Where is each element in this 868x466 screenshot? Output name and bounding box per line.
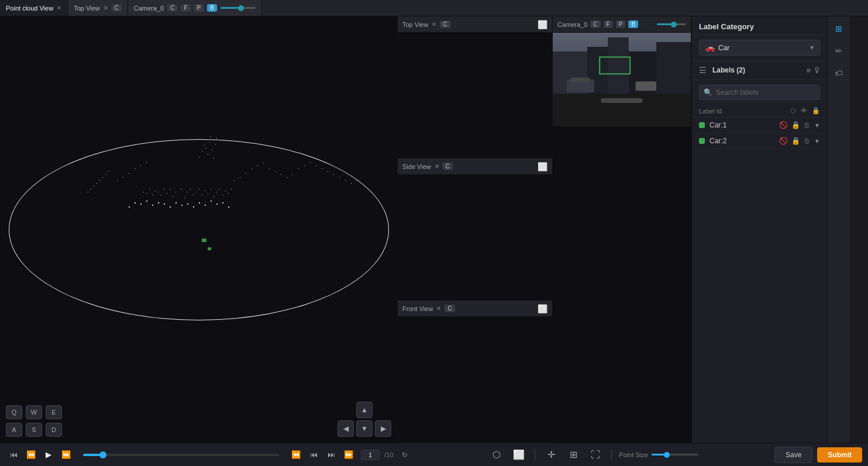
tool-fullscreen-btn[interactable]: ⛶ [587,446,604,464]
front-view-close[interactable]: ✕ [436,305,441,312]
tool-3d-btn[interactable]: ⬡ [488,446,505,464]
car1-delete-icon[interactable]: 🗑 [804,121,811,129]
filter-icon[interactable]: ⊽ [814,66,820,75]
side-view-close[interactable]: ✕ [435,163,439,170]
camera-header: Camera_0 C F P B [553,16,691,33]
svg-rect-64 [351,183,352,184]
point-cloud-viewport[interactable]: Q W E A S D ▲ ◀ ▼ ▶ [0,16,397,443]
svg-rect-59 [322,168,322,169]
next-btn2[interactable]: ⏭ [323,447,339,462]
nav-right-btn[interactable]: ▶ [375,420,391,437]
svg-rect-35 [146,163,147,163]
svg-rect-53 [102,177,103,178]
car1-eye-off-icon[interactable]: 🚫 [779,121,788,129]
svg-rect-62 [339,177,340,178]
prev-frame-btn[interactable]: ⏪ [23,447,39,462]
top-view-close[interactable]: ✕ [432,21,436,27]
tool-scale-btn[interactable]: ⊞ [564,446,582,464]
refresh-btn[interactable]: ↻ [398,448,412,462]
camera-panel: Camera_0 C F P B [553,16,691,443]
tab-pointcloud[interactable]: Point cloud View ✕ [0,0,68,16]
kbd-q: Q [6,405,22,419]
svg-rect-66 [187,203,188,205]
play-btn[interactable]: ▶ [41,447,56,462]
svg-rect-47 [298,168,299,169]
label-color-car1 [699,122,705,128]
rewind-btn[interactable]: ⏪ [288,447,304,462]
playback-controls: ⏮ ⏪ ▶ ⏩ [6,447,74,462]
kbd-d: D [46,423,62,437]
side-icon-edit[interactable]: ✏ [831,43,846,58]
nav-left-btn[interactable]: ◀ [337,420,354,437]
svg-rect-72 [222,202,223,203]
side-icon-tags[interactable]: 🏷 [831,65,846,81]
tab-topview-close[interactable]: ✕ [104,5,108,11]
side-view-maximize[interactable]: ⬜ [538,162,547,171]
top-view-maximize[interactable]: ⬜ [538,20,547,29]
skip-to-start-btn[interactable]: ⏮ [6,447,21,462]
car2-delete-icon[interactable]: 🗑 [804,137,811,145]
svg-rect-88 [206,148,206,149]
labels-title: Labels (2) [712,66,802,74]
tab-camera[interactable]: Camera_0 C F P B [128,0,262,16]
point-size-slider[interactable] [652,454,698,455]
svg-rect-91 [211,136,211,137]
filter-sort-icon[interactable]: ≡ [806,66,811,75]
label-row-car2-actions: 🚫 🔒 🗑 ▼ [779,137,820,145]
svg-rect-95 [216,138,217,139]
svg-rect-80 [146,201,147,202]
svg-rect-20 [170,189,170,189]
search-labels-input[interactable] [699,85,820,100]
svg-rect-32 [129,173,129,174]
search-labels-box: 🔍 [699,85,820,100]
submit-button[interactable]: Submit [817,447,862,462]
car2-expand-icon[interactable]: ▼ [814,138,820,144]
car2-lock-icon[interactable]: 🔒 [791,137,800,145]
labels-table-header: Label Id ⬡ 👁 🔒 [692,105,827,118]
fastforward-btn[interactable]: ⏩ [341,447,356,462]
front-view-maximize[interactable]: ⬜ [538,304,547,313]
cam-brightness-slider[interactable] [221,7,256,9]
kbd-row-1: Q W E [6,405,62,419]
svg-rect-10 [211,189,211,189]
svg-rect-85 [202,151,202,151]
svg-rect-50 [94,186,94,187]
tool-move-btn[interactable]: ✛ [542,446,560,464]
car1-lock-icon[interactable]: 🔒 [791,121,800,129]
next-frame-btn[interactable]: ⏩ [58,447,74,462]
side-icon-layers[interactable]: ⊞ [831,21,846,36]
save-button[interactable]: Save [774,447,812,463]
label-name-car2: Car:2 [709,137,779,145]
front-view-content[interactable] [398,317,552,442]
car1-expand-icon[interactable]: ▼ [814,122,820,129]
top-bar: Point cloud View ✕ Top View ✕ C Camera_0… [0,0,868,16]
category-select-display[interactable]: 🚗 Car ▼ [699,40,820,56]
label-row-car1[interactable]: Car:1 🚫 🔒 🗑 ▼ [692,118,827,133]
svg-rect-73 [228,206,229,208]
top-view-label: Top View [402,21,428,28]
svg-rect-112 [636,81,656,91]
svg-rect-65 [357,180,357,181]
top-view-header: Top View ✕ C ⬜ [398,16,552,33]
svg-rect-33 [135,168,135,169]
camera-viewport[interactable] [553,33,691,126]
tab-topview[interactable]: Top View ✕ C [68,0,128,16]
prev-btn2[interactable]: ⏮ [306,447,321,462]
side-view-content[interactable] [398,175,552,300]
camera-brightness-slider[interactable] [657,23,686,25]
tab-pointcloud-label: Point cloud View [6,5,53,12]
svg-rect-43 [275,171,275,172]
nav-up-btn[interactable]: ▲ [356,402,373,418]
progress-track[interactable] [83,454,279,456]
frame-input[interactable]: 1 [361,450,380,460]
nav-down-btn[interactable]: ▼ [356,420,373,437]
label-row-car2[interactable]: Car:2 🚫 🔒 🗑 ▼ [692,133,827,149]
cam-badge-c: C [167,4,177,12]
label-category-section-title: Label Category [692,16,827,35]
tool-box-btn[interactable]: ⬜ [510,446,528,464]
tab-pointcloud-close[interactable]: ✕ [57,5,61,11]
cam-svg [553,33,691,126]
car2-eye-off-icon[interactable]: 🚫 [779,137,788,145]
svg-rect-90 [209,142,210,143]
top-view-content[interactable] [398,33,552,158]
